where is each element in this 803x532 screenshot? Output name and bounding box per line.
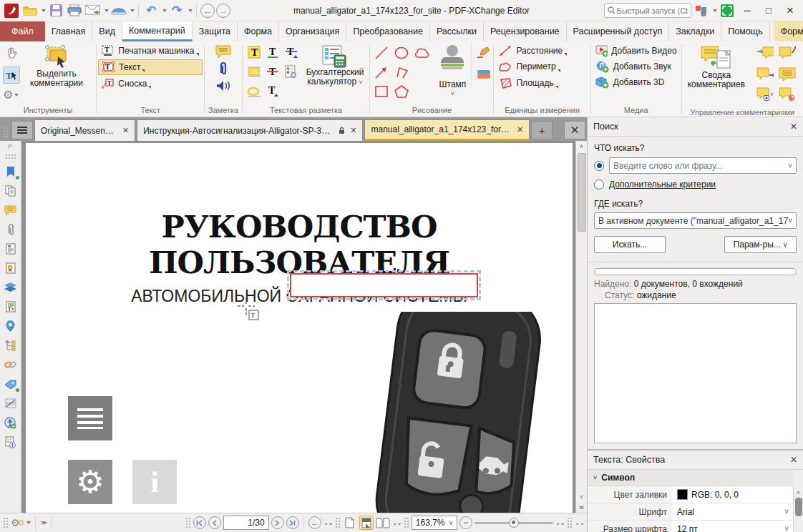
tab-glavnaya[interactable]: Главная	[45, 21, 93, 41]
draw-cloud-icon[interactable]	[413, 44, 430, 61]
comment-styles-icon[interactable]	[779, 86, 796, 103]
eraser-tool-icon[interactable]	[475, 66, 492, 83]
open-folder-icon[interactable]	[21, 2, 39, 19]
reading-order-panel-icon[interactable]	[4, 396, 18, 410]
destinations-panel-icon[interactable]	[4, 319, 18, 333]
history-back-icon[interactable]: ←	[200, 4, 215, 18]
show-comments-icon[interactable]: ˅	[756, 86, 774, 103]
strikeout-text-icon[interactable]: T	[264, 64, 281, 81]
tab-zashchita[interactable]: Защита	[193, 21, 238, 41]
props-scroll-up-icon[interactable]: ˄	[794, 487, 803, 498]
first-page-icon[interactable]	[193, 516, 206, 529]
ui-options-dropdown[interactable]	[713, 9, 717, 12]
search-scope-combo[interactable]: В активном документе ("manual_alligator_…	[594, 212, 797, 229]
leftbar-grip[interactable]	[5, 154, 16, 159]
collapse-left-icon[interactable]: |<	[8, 142, 13, 149]
redo-icon[interactable]: ↷	[168, 2, 185, 19]
previous-view-icon[interactable]: ←	[308, 516, 321, 529]
zoom-grip[interactable]	[404, 517, 409, 528]
tab-retsenzirovanie[interactable]: Рецензирование	[484, 21, 567, 41]
next-page-scroll-icon[interactable]: ≋	[577, 502, 587, 513]
statusbar-more-icon[interactable]: ⌄⌄	[575, 519, 584, 526]
vertical-scrollbar[interactable]: ˄ ˅ ≋	[575, 141, 587, 513]
page-thumbnails-icon[interactable]	[4, 184, 18, 198]
simple-search-radio[interactable]	[594, 161, 604, 171]
pencil-tool-icon[interactable]	[475, 44, 492, 61]
search-term-dropdown-icon[interactable]: ˅	[788, 162, 792, 169]
comments-list-icon[interactable]	[779, 65, 796, 82]
distance-button[interactable]: Расстояние	[495, 43, 588, 58]
search-term-input[interactable]	[613, 161, 774, 171]
sticky-note-icon[interactable]	[215, 43, 232, 60]
close-document-button[interactable]: ✕	[564, 121, 585, 139]
spellcheck-icon[interactable]	[283, 64, 300, 81]
pdf-page[interactable]: РУКОВОДСТВО ПОЛЬЗОВАТЕЛЯ АВТОМОБИЛЬНОЙ О…	[26, 143, 573, 513]
accounting-calculator-button[interactable]: Бухгалтерскийкалькулятор ˅	[302, 43, 369, 89]
tool-options-icon[interactable]: ⚙	[3, 88, 20, 102]
search-button[interactable]: Искать...	[594, 236, 666, 253]
import-comments-icon[interactable]	[756, 44, 774, 61]
tab-preobrazovanie[interactable]: Преобразование	[346, 21, 430, 41]
zoom-level-combo[interactable]: 163,7%˅	[412, 516, 457, 530]
props-scrollbar-thumb[interactable]	[795, 498, 802, 516]
zoom-expand-icon[interactable]: ⌄⌄	[555, 519, 565, 526]
view-history-expand-icon[interactable]: ⌄⌄	[323, 519, 333, 526]
font-dropdown-icon[interactable]: ˅	[784, 508, 789, 516]
doc-tab-instruktsiya[interactable]: Инструкция-Автосигнализация-Alligator-SP…	[137, 119, 363, 141]
two-page-layout-icon[interactable]	[376, 516, 390, 530]
minimize-button[interactable]: ─	[737, 2, 757, 19]
fit-width-layout-icon[interactable]	[359, 516, 374, 530]
highlight-text-icon[interactable]: T	[245, 44, 263, 61]
close-tab-icon[interactable]: ✕	[350, 126, 356, 135]
comments-panel-icon[interactable]	[4, 203, 18, 217]
font-size-row[interactable]: Размер шрифта 12 пт˅	[588, 521, 793, 532]
print-icon[interactable]	[66, 2, 83, 19]
tab-kommentariy[interactable]: Комментарий	[122, 21, 193, 41]
email-icon[interactable]	[84, 2, 102, 19]
accessibility-report-icon[interactable]	[4, 435, 18, 449]
sound-note-icon[interactable]	[215, 77, 232, 94]
zoom-slider-thumb[interactable]	[509, 518, 519, 528]
page-number-field[interactable]: 1/30	[223, 516, 269, 530]
layout-grip[interactable]	[335, 517, 341, 528]
tabbar-grip[interactable]	[3, 127, 9, 138]
tab-organizatsiya[interactable]: Организация	[279, 21, 346, 41]
structure-panel-icon[interactable]	[4, 338, 18, 353]
signatures-panel-icon[interactable]	[4, 261, 18, 275]
layers-panel-icon[interactable]	[4, 280, 18, 295]
tab-pomoshch[interactable]: Помощь	[721, 21, 769, 41]
tab-file[interactable]: Файл	[0, 21, 45, 41]
typewriter-button[interactable]: T Печатная машинка	[98, 44, 203, 58]
insert-text-icon[interactable]: T	[264, 83, 281, 100]
underline-text-icon[interactable]: T	[264, 44, 281, 61]
area-button[interactable]: Площадь	[495, 74, 588, 91]
scroll-up-icon[interactable]: ˄	[577, 141, 587, 152]
draw-polygon-icon[interactable]	[393, 83, 410, 100]
search-term-combo[interactable]: ˅	[609, 157, 797, 174]
quick-launch-input[interactable]	[617, 6, 688, 15]
pin-comment-icon[interactable]	[779, 44, 796, 61]
scrollbar-thumb[interactable]	[578, 153, 586, 232]
history-forward-icon[interactable]: →	[216, 4, 230, 18]
close-tab-icon[interactable]: ✕	[122, 126, 129, 135]
tab-format[interactable]: Формат	[774, 21, 803, 41]
zoom-out-icon[interactable]: −	[459, 516, 472, 529]
nav-grip[interactable]	[185, 517, 191, 528]
text-annotation-box[interactable]	[290, 273, 478, 297]
redo-dropdown[interactable]	[188, 9, 193, 12]
attach-file-icon[interactable]	[215, 60, 232, 77]
email-dropdown[interactable]	[104, 9, 109, 12]
add-3d-button[interactable]: Добавить 3D	[593, 74, 680, 90]
comments-summary-button[interactable]: Сводкакомментариев	[683, 43, 749, 92]
status-options-icon[interactable]: ⚙⚙	[11, 517, 31, 528]
statusbar-grip[interactable]	[3, 517, 9, 528]
highlight-area-icon[interactable]	[245, 64, 263, 81]
select-comments-button[interactable]: Выделить комментарии	[21, 43, 92, 90]
advanced-criteria-link[interactable]: Дополнительные критерии	[609, 179, 716, 189]
draw-arrow-icon[interactable]	[373, 64, 390, 81]
draw-rectangle-icon[interactable]	[373, 83, 390, 100]
advanced-criteria-radio[interactable]	[594, 179, 604, 189]
content-panel-icon[interactable]: T≡	[4, 300, 18, 314]
tab-zakladki[interactable]: Закладки	[669, 21, 721, 41]
doc-tab-manual-alligator[interactable]: manual_alligator_a1_174x123_for_site ✕	[364, 119, 530, 141]
